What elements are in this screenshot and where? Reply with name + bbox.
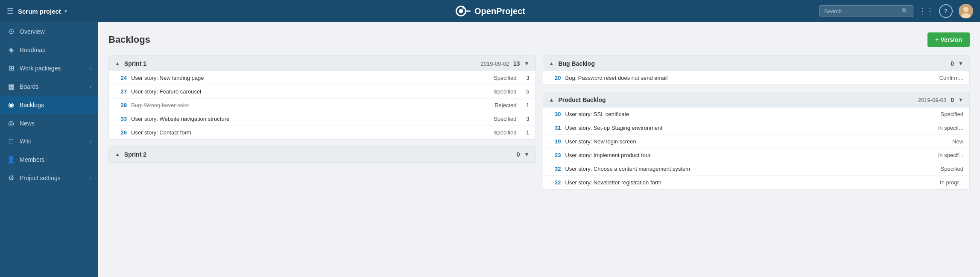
work-item-row: 20 Bug: Password reset does not send ema…	[543, 71, 970, 85]
page-header: Backlogs + Version	[108, 32, 970, 47]
help-icon[interactable]: ?	[939, 4, 953, 18]
logo[interactable]: OpenProject	[455, 5, 525, 17]
sidebar-item-boards-label: Boards	[20, 83, 85, 90]
item-id[interactable]: 31	[549, 125, 561, 131]
item-status: Rejected	[487, 102, 517, 108]
sprint-2-name: Sprint 2	[124, 151, 512, 158]
work-item-row: 26 User story: Contact form Specified 1	[109, 126, 535, 139]
sprint-1-dropdown-btn[interactable]: ▼	[524, 61, 529, 67]
sidebar-item-news-label: News	[20, 120, 91, 127]
avatar-image	[959, 4, 973, 18]
sprint-2-dropdown-btn[interactable]: ▼	[524, 152, 529, 157]
news-icon: ◎	[7, 119, 15, 127]
item-points: 5	[521, 88, 529, 95]
sidebar-item-boards[interactable]: ▦ Boards ›	[0, 77, 98, 96]
item-id[interactable]: 33	[115, 116, 127, 122]
search-icon: 🔍	[901, 8, 909, 15]
item-status: Specified	[487, 75, 517, 81]
bug-backlog-collapse-btn[interactable]: ▲	[549, 61, 554, 67]
item-title: User story: Newsletter registration form	[565, 179, 930, 186]
item-status: In specif...	[933, 125, 963, 131]
product-backlog-dropdown-btn[interactable]: ▼	[958, 97, 963, 103]
roadmap-icon: ◈	[7, 46, 15, 54]
work-item-row: 32 User story: Choose a content manageme…	[543, 162, 970, 176]
sidebar-item-overview-label: Overview	[20, 28, 91, 35]
right-column: ▲ Bug Backlog 0 ▼ 20 Bug: Password reset…	[543, 55, 970, 190]
product-backlog-collapse-btn[interactable]: ▲	[549, 97, 554, 103]
item-title: User story: Choose a content management …	[565, 166, 930, 172]
item-title: User story: New login screen	[565, 138, 930, 145]
bug-backlog-items: 20 Bug: Password reset does not send ema…	[543, 71, 970, 85]
backlogs-grid: ▲ Sprint 1 2019-09-02 13 ▼ 24 User story…	[108, 55, 970, 190]
sidebar-item-work-packages[interactable]: ⊞ Work packages ›	[0, 59, 98, 77]
sidebar-item-roadmap[interactable]: ◈ Roadmap	[0, 41, 98, 59]
sprint-1-collapse-btn[interactable]: ▲	[115, 61, 120, 67]
overview-icon: ⊙	[7, 27, 15, 35]
item-status: Confirm...	[933, 75, 963, 81]
item-id[interactable]: 24	[115, 75, 127, 81]
item-title: User story: Set-up Staging environment	[565, 125, 930, 131]
sidebar-item-members[interactable]: 👤 Members	[0, 150, 98, 169]
work-item-row: 27 User story: Feature carousel Specifie…	[109, 85, 535, 99]
bug-backlog-dropdown-btn[interactable]: ▼	[958, 61, 963, 67]
sidebar-item-backlogs[interactable]: ◉ Backlogs	[0, 96, 98, 114]
item-status: Specified	[487, 88, 517, 95]
item-points: 3	[521, 75, 529, 81]
project-name[interactable]: Scrum project ▼	[18, 8, 68, 15]
product-backlog-items: 30 User story: SSL certificate Specified…	[543, 108, 970, 189]
version-button[interactable]: + Version	[927, 32, 970, 47]
item-title: User story: SSL certificate	[565, 111, 930, 117]
item-points: 1	[521, 102, 529, 108]
item-id[interactable]: 23	[549, 152, 561, 158]
search-input[interactable]	[824, 8, 898, 15]
item-title: Bug: Password reset does not send email	[565, 75, 930, 81]
item-status: New	[933, 138, 963, 145]
item-id[interactable]: 29	[115, 102, 127, 108]
product-backlog-name: Product Backlog	[558, 96, 913, 103]
item-id[interactable]: 19	[549, 138, 561, 145]
page-title: Backlogs	[108, 34, 150, 45]
product-backlog-header: ▲ Product Backlog 2019-09-03 0 ▼	[543, 92, 970, 108]
sprint-2-header: ▲ Sprint 2 0 ▼	[109, 147, 535, 162]
work-item-row: 29 Bug: Wrong hover color Rejected 1	[109, 99, 535, 112]
svg-point-5	[963, 7, 968, 12]
wiki-arrow-icon: ›	[90, 139, 91, 144]
item-id[interactable]: 22	[549, 179, 561, 186]
topbar-left: ☰ Scrum project ▼	[7, 6, 68, 16]
item-id[interactable]: 20	[549, 75, 561, 81]
hamburger-icon[interactable]: ☰	[7, 6, 14, 16]
work-item-row: 31 User story: Set-up Staging environmen…	[543, 121, 970, 135]
sidebar-item-project-settings[interactable]: ⚙ Project settings ›	[0, 169, 98, 187]
item-id[interactable]: 27	[115, 88, 127, 95]
work-item-row: 23 User story: Implement product tour In…	[543, 149, 970, 162]
content-area: Backlogs + Version ▲ Sprint 1 2019-09-02…	[98, 22, 980, 277]
main-layout: ⊙ Overview ◈ Roadmap ⊞ Work packages › ▦…	[0, 22, 980, 277]
item-id[interactable]: 26	[115, 129, 127, 136]
sidebar-item-wiki[interactable]: □ Wiki ›	[0, 132, 98, 150]
item-id[interactable]: 32	[549, 166, 561, 172]
work-item-row: 30 User story: SSL certificate Specified	[543, 108, 970, 121]
sidebar-item-news[interactable]: ◎ News	[0, 114, 98, 132]
sidebar-item-backlogs-label: Backlogs	[20, 102, 91, 108]
sidebar-item-roadmap-label: Roadmap	[20, 47, 91, 53]
avatar[interactable]	[959, 4, 973, 18]
boards-icon: ▦	[7, 82, 15, 90]
sprint-1-items: 24 User story: New landing page Specifie…	[109, 71, 535, 139]
bug-backlog-name: Bug Backlog	[558, 60, 946, 67]
sidebar-item-project-settings-label: Project settings	[20, 175, 85, 181]
topbar-center: OpenProject	[455, 5, 525, 17]
sprint-2-count: 0	[517, 151, 520, 158]
item-points: 1	[521, 129, 529, 136]
project-caret-icon: ▼	[64, 9, 68, 14]
product-backlog-date: 2019-09-03	[918, 97, 947, 103]
item-id[interactable]: 30	[549, 111, 561, 117]
grid-icon[interactable]: ⋮⋮	[919, 4, 933, 18]
sidebar-item-overview[interactable]: ⊙ Overview	[0, 22, 98, 41]
bug-backlog-count: 0	[951, 60, 954, 67]
search-box[interactable]: 🔍	[819, 5, 913, 17]
sprint-2-collapse-btn[interactable]: ▲	[115, 152, 120, 157]
topbar-right: 🔍 ⋮⋮ ?	[819, 4, 973, 18]
item-title: User story: New landing page	[131, 75, 483, 81]
backlogs-icon: ◉	[7, 101, 15, 109]
work-item-row: 33 User story: Website navigation struct…	[109, 112, 535, 126]
